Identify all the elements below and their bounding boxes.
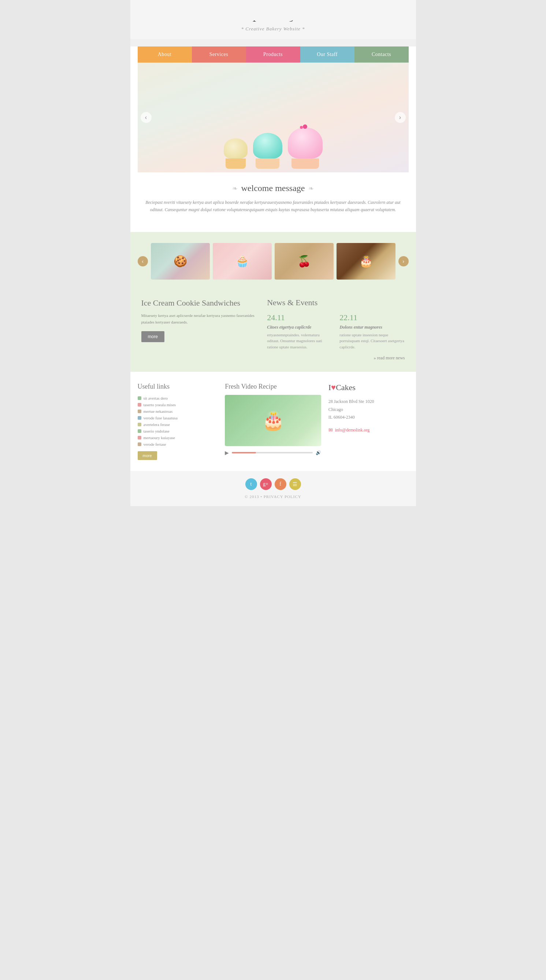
link-item-8[interactable]: verode fertase bbox=[138, 441, 218, 447]
welcome-heading: welcome message bbox=[145, 183, 401, 193]
cupcake-2 bbox=[253, 133, 283, 169]
news-headline-1: Citoes etgertya caplicrde bbox=[267, 325, 332, 330]
link-item-2[interactable]: taserto yoeala mises bbox=[138, 401, 218, 408]
link-dot-8 bbox=[138, 442, 141, 446]
play-button[interactable]: ▶ bbox=[225, 450, 229, 456]
social-twitter-button[interactable]: t bbox=[245, 478, 257, 490]
link-dot-4 bbox=[138, 416, 141, 420]
main-content: About Services Products Our Staff Contac… bbox=[130, 46, 416, 232]
link-dot-6 bbox=[138, 429, 141, 433]
useful-links-list: sit avertas dero taserto yoeala mises me… bbox=[138, 395, 218, 447]
useful-links-section: Useful links sit avertas dero taserto yo… bbox=[138, 383, 218, 460]
social-google-button[interactable]: g+ bbox=[260, 478, 272, 490]
video-title: Fresh Video Recipe bbox=[225, 383, 321, 390]
slider-next-button[interactable]: › bbox=[395, 112, 406, 123]
useful-links-title: Useful links bbox=[138, 383, 218, 390]
contact-heart-icon: ♥ bbox=[331, 383, 336, 392]
news-grid: 24.11 Citoes etgertya caplicrde ertyasne… bbox=[267, 313, 405, 350]
link-item-5[interactable]: avertelera ferase bbox=[138, 421, 218, 428]
video-section: Fresh Video Recipe 🎂 ▶ 🔊 bbox=[225, 383, 321, 457]
nav-item-products[interactable]: Products bbox=[246, 46, 300, 62]
contact-email[interactable]: ✉ info@demolink.org bbox=[329, 427, 409, 433]
image-slider: ‹ › bbox=[138, 62, 409, 172]
contact-section: I♥Cakes 28 Jackson Blvd Ste 1020 Chicago… bbox=[329, 383, 409, 433]
news-date-1: 24.11 bbox=[267, 313, 332, 322]
link-dot-7 bbox=[138, 436, 141, 439]
nav-bar: About Services Products Our Staff Contac… bbox=[138, 46, 409, 62]
contact-logo: I♥Cakes bbox=[329, 383, 409, 392]
link-text-1: sit avertas dero bbox=[144, 396, 168, 400]
news-date-2: 22.11 bbox=[340, 313, 405, 322]
gallery-row: ‹ 🍪 🧁 🍒 🎂 › bbox=[138, 243, 409, 280]
read-more-news-link[interactable]: read more news bbox=[267, 355, 405, 361]
video-player[interactable]: 🎂 bbox=[225, 395, 321, 446]
gallery-thumb-macarons[interactable]: 🍪 bbox=[151, 243, 210, 280]
news-section: News & Events 24.11 Citoes etgertya capl… bbox=[267, 298, 405, 361]
footer-section: Useful links sit avertas dero taserto yo… bbox=[130, 372, 416, 471]
cupcake-1 bbox=[224, 138, 247, 169]
cupcake-3 bbox=[288, 127, 322, 169]
link-item-6[interactable]: taserio yndolase bbox=[138, 428, 218, 434]
link-text-6: taserio yndolase bbox=[144, 429, 169, 433]
volume-icon[interactable]: 🔊 bbox=[316, 450, 321, 456]
link-dot-5 bbox=[138, 423, 141, 426]
link-dot-3 bbox=[138, 409, 141, 413]
product-more-button[interactable]: more bbox=[141, 331, 164, 342]
gallery-prev-button[interactable]: ‹ bbox=[138, 256, 148, 266]
link-text-3: mertue nekastroas bbox=[144, 409, 173, 414]
gallery-thumb-cupcake[interactable]: 🧁 bbox=[213, 243, 272, 280]
nav-item-staff[interactable]: Our Staff bbox=[300, 46, 354, 62]
link-text-2: taserto yoeala mises bbox=[144, 402, 176, 407]
news-body-1: ertyasnemnptaindes. volernaturu oditaut.… bbox=[267, 332, 332, 350]
link-dot-2 bbox=[138, 403, 141, 407]
welcome-section: welcome message Beciepast nveriti vitaes… bbox=[130, 172, 416, 225]
link-text-7: mertaoury kuiayase bbox=[144, 436, 175, 440]
site-title: I♥Cakes bbox=[138, 11, 409, 24]
navigation: About Services Products Our Staff Contac… bbox=[130, 46, 416, 62]
progress-fill bbox=[232, 452, 256, 453]
product-description: Mitaesety kertya aset aplicserde nerafae… bbox=[141, 312, 256, 325]
progress-bar[interactable] bbox=[232, 452, 313, 453]
video-thumbnail: 🎂 bbox=[262, 410, 284, 431]
slider-prev-button[interactable]: ‹ bbox=[140, 112, 152, 123]
link-text-5: avertelera ferase bbox=[144, 422, 170, 427]
social-facebook-button[interactable]: f bbox=[275, 478, 286, 490]
news-title: News & Events bbox=[267, 298, 405, 307]
gallery-next-button[interactable]: › bbox=[398, 256, 409, 266]
social-icons: t g+ f ☰ bbox=[138, 478, 409, 490]
link-item-1[interactable]: sit avertas dero bbox=[138, 395, 218, 401]
link-text-4: verode fuse lasaatusa bbox=[144, 416, 177, 420]
content-news-section: Ice Cream Cookie Sandwiches Mitaesety ke… bbox=[130, 291, 416, 372]
gallery-thumb-cherries[interactable]: 🍒 bbox=[275, 243, 334, 280]
bottom-footer: t g+ f ☰ © 2013 • PRIVACY POLICY bbox=[130, 471, 416, 506]
social-rss-button[interactable]: ☰ bbox=[289, 478, 301, 490]
nav-item-about[interactable]: About bbox=[138, 46, 192, 62]
gallery-images: 🍪 🧁 🍒 🎂 bbox=[151, 243, 396, 280]
product-section: Ice Cream Cookie Sandwiches Mitaesety ke… bbox=[141, 298, 256, 361]
news-item-2: 22.11 Dolons entur magnores ratione upta… bbox=[340, 313, 405, 350]
welcome-text: Beciepast nveriti vitaesety kertya aset … bbox=[145, 199, 401, 214]
email-icon: ✉ bbox=[329, 427, 333, 433]
video-controls: ▶ 🔊 bbox=[225, 448, 321, 457]
news-item-1: 24.11 Citoes etgertya caplicrde ertyasne… bbox=[267, 313, 332, 350]
site-tagline: * Creative Bakery Website * bbox=[138, 26, 409, 32]
news-headline-2: Dolons entur magnores bbox=[340, 325, 405, 330]
useful-links-more-button[interactable]: more bbox=[138, 451, 157, 460]
nav-item-contacts[interactable]: Contacts bbox=[354, 46, 409, 62]
gallery-thumb-chocolate[interactable]: 🎂 bbox=[337, 243, 396, 280]
heart-icon: ♥ bbox=[257, 13, 263, 24]
copyright-text: © 2013 • PRIVACY POLICY bbox=[138, 495, 409, 499]
link-item-7[interactable]: mertaoury kuiayase bbox=[138, 434, 218, 441]
link-item-4[interactable]: verode fuse lasaatusa bbox=[138, 415, 218, 421]
email-address: info@demolink.org bbox=[335, 428, 370, 433]
product-title: Ice Cream Cookie Sandwiches bbox=[141, 298, 256, 309]
slider-image bbox=[138, 62, 409, 172]
link-text-8: verode fertase bbox=[144, 442, 166, 447]
gallery-section: ‹ 🍪 🧁 🍒 🎂 › bbox=[130, 232, 416, 291]
site-header: I♥Cakes * Creative Bakery Website * bbox=[130, 0, 416, 39]
link-dot-1 bbox=[138, 396, 141, 400]
contact-address: 28 Jackson Blvd Ste 1020 Chicago IL 6060… bbox=[329, 398, 409, 422]
news-body-2: ratione uptate inseesion neque porruisqu… bbox=[340, 332, 405, 350]
nav-item-services[interactable]: Services bbox=[192, 46, 246, 62]
link-item-3[interactable]: mertue nekastroas bbox=[138, 408, 218, 415]
